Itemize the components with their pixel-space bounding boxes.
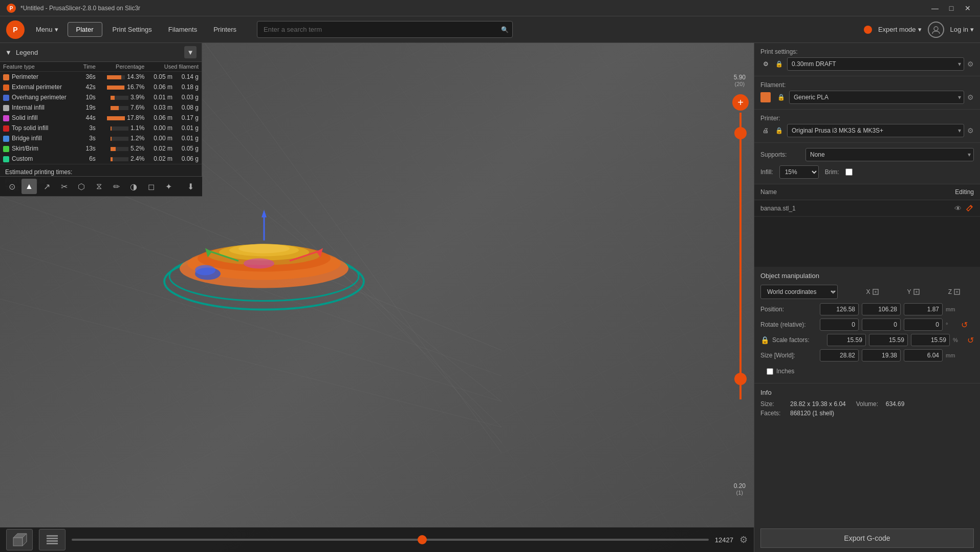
scale-lock-icon[interactable]: 🔒	[760, 336, 769, 344]
info-facets-label: Facets:	[760, 410, 786, 417]
rotate-z-input[interactable]	[904, 319, 943, 331]
maximize-button[interactable]: □	[945, 2, 957, 14]
info-volume-label: Volume:	[856, 400, 882, 408]
print-settings-label: Print settings:	[760, 48, 974, 55]
size-y-input[interactable]	[862, 349, 901, 362]
brim-checkbox[interactable]	[845, 168, 853, 176]
object-manipulation-section: Object manipulation World coordinates ▾ …	[754, 267, 980, 383]
tool-move[interactable]: ⊙	[4, 179, 19, 194]
filaments-button[interactable]: Filaments	[162, 23, 203, 36]
legend-row: Skirt/Brim 13s 5.2% 0.02 m 0.05 g	[0, 143, 202, 154]
viewport[interactable]: 5.90 (20) + 0.20 (1)	[0, 43, 754, 552]
position-y-input[interactable]	[862, 303, 901, 315]
size-z-input[interactable]	[904, 349, 943, 362]
position-x-input[interactable]	[820, 303, 859, 315]
legend-header: ▼ Legend ▼	[0, 43, 202, 62]
info-section: Info Size: 28.82 x 19.38 x 6.04 Volume: …	[754, 383, 980, 424]
plater-button[interactable]: Plater	[68, 22, 102, 37]
info-size-val: 28.82 x 19.38 x 6.04	[790, 400, 846, 408]
printer-dropdown-wrap: Original Prusa i3 MK3S & MK3S+ ▾	[787, 124, 964, 137]
legend-pct: 14.3%	[99, 72, 147, 82]
filament-gear-icon[interactable]: ⚙	[967, 93, 974, 101]
legend-filter-button[interactable]: ▼	[184, 46, 197, 58]
scale-reset-icon[interactable]: ↺	[967, 335, 974, 345]
zoom-slider-handle-top[interactable]	[734, 127, 747, 139]
tool-star[interactable]: ✦	[161, 179, 176, 194]
legend-feature-name: Skirt/Brim	[0, 143, 78, 154]
legend-weight: 0.03 g	[176, 92, 202, 102]
scale-z-input[interactable]	[911, 334, 950, 346]
tool-rotate[interactable]: ↗	[39, 179, 54, 194]
legend-time: 36s	[78, 72, 98, 82]
legend-collapse-icon[interactable]: ▼	[5, 49, 12, 56]
filament-color-swatch[interactable]	[760, 92, 771, 102]
layers-icon-btn[interactable]	[39, 529, 66, 550]
filament-select[interactable]: Generic PLA	[789, 91, 964, 104]
legend-row: Bridge infill 3s 1.2% 0.00 m 0.01 g	[0, 133, 202, 143]
size-x-input[interactable]	[820, 349, 859, 362]
tool-box[interactable]: ◻	[143, 179, 159, 194]
legend-row: Custom 6s 2.4% 0.02 m 0.06 g	[0, 154, 202, 164]
login-button[interactable]: Log in ▾	[950, 26, 974, 33]
filament-dropdown-wrap: Generic PLA ▾	[789, 91, 964, 104]
legend-pct: 3.9%	[99, 92, 147, 102]
legend-time: 6s	[78, 154, 98, 164]
printer-select[interactable]: Original Prusa i3 MK3S & MK3S+	[787, 124, 964, 137]
legend-length: 0.05 m	[147, 72, 176, 82]
view-cube[interactable]	[6, 529, 33, 550]
info-volume-val: 634.69	[886, 400, 905, 408]
zoom-slider-handle-bottom[interactable]	[734, 373, 747, 385]
print-settings-button[interactable]: Print Settings	[106, 23, 158, 36]
print-settings-icon: ⚙	[760, 59, 771, 69]
printers-button[interactable]: Printers	[207, 23, 243, 36]
tool-paint[interactable]: ✏	[108, 179, 124, 194]
minimize-button[interactable]: —	[929, 2, 941, 14]
legend-weight: 0.18 g	[176, 82, 202, 92]
print-settings-gear-icon[interactable]: ⚙	[967, 60, 974, 68]
svg-rect-36	[47, 538, 58, 539]
scale-y-input[interactable]	[869, 334, 908, 346]
printer-gear-icon[interactable]: ⚙	[967, 126, 974, 135]
rotate-y-input[interactable]	[862, 319, 901, 331]
tool-timer[interactable]: ⧖	[91, 179, 106, 194]
status-dot	[864, 26, 872, 34]
timeline-handle[interactable]	[418, 535, 427, 544]
tool-cut[interactable]: ✂	[56, 179, 72, 194]
tool-arrow[interactable]: ▲	[21, 179, 37, 194]
zoom-slider[interactable]	[739, 113, 742, 399]
tool-hex[interactable]: ⬡	[74, 179, 89, 194]
menu-button[interactable]: Menu ▾	[31, 23, 63, 36]
zoom-controls: +	[732, 94, 749, 401]
legend-time: 44s	[78, 113, 98, 123]
model-viewport	[157, 189, 372, 324]
coord-system-select[interactable]: World coordinates	[760, 285, 838, 299]
scale-x-input[interactable]	[827, 334, 866, 346]
viewport-settings-icon[interactable]: ⚙	[739, 534, 748, 545]
user-avatar[interactable]	[928, 22, 944, 38]
info-size-label: Size:	[760, 400, 786, 408]
supports-select[interactable]: None	[805, 148, 974, 161]
legend-weight: 0.14 g	[176, 72, 202, 82]
export-gcode-button[interactable]: Export G-code	[760, 528, 974, 548]
legend-length: 0.06 m	[147, 82, 176, 92]
object-visibility-icon[interactable]: 👁	[954, 204, 962, 213]
inches-checkbox[interactable]	[767, 368, 773, 375]
layer-count: 12427	[715, 536, 733, 544]
infill-select[interactable]: 15%	[779, 165, 819, 179]
tool-split[interactable]: ◑	[126, 179, 141, 194]
object-edit-icon[interactable]	[966, 203, 974, 213]
zoom-plus-button[interactable]: +	[732, 94, 749, 111]
search-input[interactable]	[257, 21, 513, 38]
timeline-slider[interactable]	[72, 539, 709, 541]
rotate-reset-icon[interactable]: ↺	[961, 320, 968, 330]
print-settings-select[interactable]: 0.30mm DRAFT	[787, 57, 964, 71]
expert-mode-button[interactable]: Expert mode ▾	[878, 26, 922, 33]
legend-row: Overhang perimeter 10s 3.9% 0.01 m 0.03 …	[0, 92, 202, 102]
window-title: *Untitled - PrusaSlicer-2.8.0 based on S…	[20, 5, 140, 12]
position-row: Position: mm	[760, 303, 974, 315]
position-z-input[interactable]	[904, 303, 943, 315]
rotate-x-input[interactable]	[820, 319, 859, 331]
bottom-bar: 12427 ⚙	[0, 527, 754, 552]
close-button[interactable]: ✕	[962, 2, 974, 14]
tool-down[interactable]: ⬇	[183, 179, 198, 194]
